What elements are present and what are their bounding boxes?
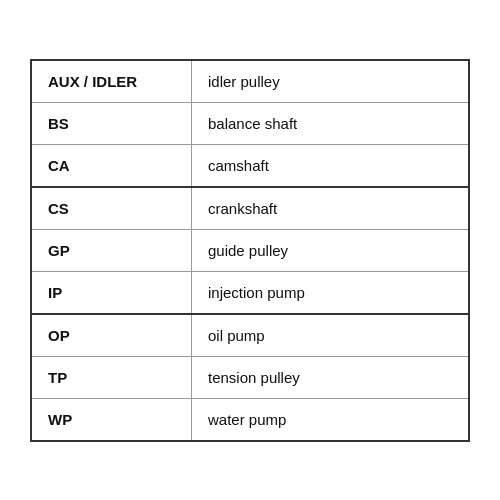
abbreviation-cell: GP — [32, 230, 192, 271]
table-row: OPoil pump — [32, 315, 468, 357]
abbreviation-table: AUX / IDLERidler pulleyBSbalance shaftCA… — [30, 59, 470, 442]
description-cell: guide pulley — [192, 230, 468, 271]
description-cell: oil pump — [192, 315, 468, 356]
table-row: BSbalance shaft — [32, 103, 468, 145]
table-row: CAcamshaft — [32, 145, 468, 188]
description-cell: injection pump — [192, 272, 468, 313]
table-row: IPinjection pump — [32, 272, 468, 315]
table-row: TPtension pulley — [32, 357, 468, 399]
abbreviation-cell: TP — [32, 357, 192, 398]
abbreviation-cell: CS — [32, 188, 192, 229]
table-row: GPguide pulley — [32, 230, 468, 272]
abbreviation-cell: IP — [32, 272, 192, 313]
description-cell: water pump — [192, 399, 468, 440]
abbreviation-cell: AUX / IDLER — [32, 61, 192, 102]
description-cell: balance shaft — [192, 103, 468, 144]
table-row: WPwater pump — [32, 399, 468, 440]
description-cell: crankshaft — [192, 188, 468, 229]
abbreviation-cell: WP — [32, 399, 192, 440]
description-cell: tension pulley — [192, 357, 468, 398]
abbreviation-cell: BS — [32, 103, 192, 144]
abbreviation-cell: OP — [32, 315, 192, 356]
description-cell: idler pulley — [192, 61, 468, 102]
description-cell: camshaft — [192, 145, 468, 186]
table-row: AUX / IDLERidler pulley — [32, 61, 468, 103]
abbreviation-cell: CA — [32, 145, 192, 186]
table-row: CScrankshaft — [32, 188, 468, 230]
